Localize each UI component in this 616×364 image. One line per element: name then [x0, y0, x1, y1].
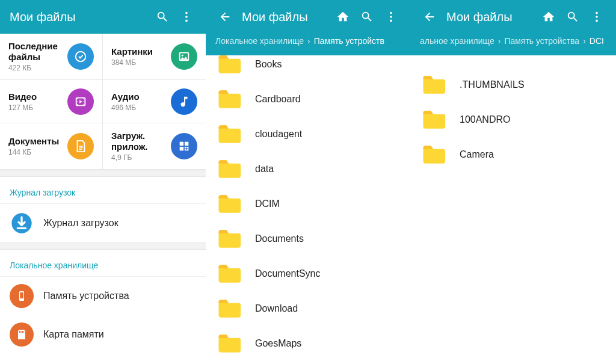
section-downloads-header: Журнал загрузок	[0, 177, 206, 204]
back-button[interactable]	[420, 7, 439, 26]
folder-icon	[215, 156, 242, 182]
folder-label: DocumentSync	[255, 268, 401, 279]
folder-icon	[215, 295, 242, 322]
row-download-journal[interactable]: Журнал загрузок	[0, 204, 206, 242]
apps-icon	[171, 133, 197, 159]
folder-row[interactable]: GoesMaps	[206, 326, 410, 361]
picture-icon	[171, 43, 197, 70]
folder-icon	[215, 121, 242, 147]
appbar: Мои файлы	[0, 0, 206, 34]
row-label: Журнал загрузок	[43, 218, 119, 229]
appbar-title: Мои файлы	[446, 10, 534, 24]
download-icon	[10, 211, 34, 235]
document-icon	[67, 133, 94, 159]
divider	[0, 242, 206, 250]
appbar-title: Мои файлы	[10, 10, 148, 24]
category-size: 4,9 ГБ	[111, 153, 171, 162]
category-grid: Последние файлы422 КБКартинки384 МБВидео…	[0, 34, 206, 170]
folder-row[interactable]: DCIM	[206, 187, 410, 221]
folder-row[interactable]: media	[206, 361, 410, 364]
audio-icon	[171, 88, 197, 115]
folder-icon	[420, 72, 446, 98]
category-text: Документы144 КБ	[8, 136, 59, 156]
breadcrumb-segment[interactable]: Память устройств	[314, 36, 384, 46]
more-button[interactable]	[177, 7, 196, 26]
folder-label: Camera	[460, 149, 606, 160]
category-label: Последние файлы	[8, 41, 67, 63]
folder-row[interactable]: DocumentSync	[206, 256, 410, 291]
category-document[interactable]: Документы144 КБ	[0, 123, 103, 170]
category-size: 422 КБ	[8, 64, 67, 72]
folder-label: Documents	[255, 233, 401, 244]
folder-label: Books	[255, 59, 401, 70]
row-sd-card[interactable]: Карта памяти	[0, 315, 206, 354]
panel-dcim: Мои файлы альное хранилище›Память устрой…	[410, 0, 616, 364]
folder-list: .THUMBNAILS100ANDROCamera	[410, 55, 616, 172]
folder-icon	[215, 330, 242, 357]
folder-row[interactable]: Documents	[206, 221, 410, 256]
category-size: 496 МБ	[111, 103, 140, 112]
breadcrumb[interactable]: альное хранилище›Память устройства›DCI	[410, 34, 616, 55]
category-label: Видео	[8, 91, 37, 102]
back-button[interactable]	[215, 7, 235, 26]
folder-row[interactable]: Download	[206, 291, 410, 326]
home-button[interactable]	[333, 7, 353, 26]
category-label: Аудио	[111, 91, 140, 102]
search-button[interactable]	[357, 7, 377, 26]
folder-row[interactable]: data	[206, 152, 410, 187]
category-video[interactable]: Видео127 МБ	[0, 80, 103, 123]
breadcrumb-segment[interactable]: Локальное хранилище	[215, 36, 304, 46]
breadcrumb-segment[interactable]: Память устройства	[504, 36, 579, 46]
folder-label: Download	[255, 303, 401, 314]
folder-row[interactable]: Books	[206, 47, 410, 82]
folder-icon	[215, 191, 242, 217]
section-storage-header: Локальное хранилище	[0, 250, 206, 277]
folder-row[interactable]: .THUMBNAILS	[410, 67, 616, 102]
panel-device-storage: Мои файлы Локальное хранилище›Память уст…	[206, 0, 410, 364]
breadcrumb-segment[interactable]: альное хранилище	[420, 36, 494, 46]
folder-label: .THUMBNAILS	[460, 79, 606, 90]
folder-label: cloudagent	[255, 129, 401, 140]
category-audio[interactable]: Аудио496 МБ	[103, 80, 206, 123]
home-button[interactable]	[539, 7, 558, 26]
category-text: Последние файлы422 КБ	[8, 41, 67, 72]
folder-row[interactable]: 100ANDRO	[410, 102, 616, 137]
row-device-storage[interactable]: Память устройства	[0, 277, 206, 315]
clock-icon	[67, 43, 94, 70]
folder-icon	[215, 226, 242, 252]
breadcrumb-segment[interactable]: DCI	[590, 36, 604, 46]
video-icon	[67, 88, 94, 115]
folder-icon	[215, 261, 242, 287]
folder-row[interactable]: Cardboard	[206, 82, 410, 117]
folder-icon	[215, 86, 242, 113]
more-button[interactable]	[587, 7, 606, 26]
appbar-title: Мои файлы	[242, 10, 328, 24]
folder-icon	[420, 141, 446, 168]
more-button[interactable]	[381, 7, 401, 26]
category-text: Загруж. прилож.4,9 ГБ	[111, 131, 171, 162]
search-button[interactable]	[563, 7, 582, 26]
folder-list: BooksCardboardcloudagentdataDCIMDocument…	[206, 47, 410, 364]
category-label: Загруж. прилож.	[111, 131, 171, 152]
folder-label: 100ANDRO	[460, 114, 606, 125]
row-label: Память устройства	[43, 291, 129, 301]
appbar: Мои файлы	[410, 0, 616, 34]
folder-row[interactable]: Camera	[410, 137, 616, 172]
folder-icon	[215, 51, 242, 78]
category-picture[interactable]: Картинки384 МБ	[103, 34, 206, 80]
category-label: Картинки	[111, 46, 153, 57]
category-size: 144 КБ	[8, 148, 59, 156]
folder-label: Cardboard	[255, 94, 401, 105]
folder-icon	[420, 106, 446, 133]
folder-row[interactable]: cloudagent	[206, 117, 410, 152]
category-clock[interactable]: Последние файлы422 КБ	[0, 34, 103, 80]
phone-icon	[10, 284, 34, 308]
appbar: Мои файлы	[206, 0, 410, 34]
search-button[interactable]	[153, 7, 172, 26]
folder-label: data	[255, 164, 401, 174]
divider	[0, 170, 206, 177]
category-size: 384 МБ	[111, 58, 153, 67]
row-label: Карта памяти	[43, 329, 104, 340]
panel-categories: Мои файлы Последние файлы422 КБКартинки3…	[0, 0, 206, 364]
category-apps[interactable]: Загруж. прилож.4,9 ГБ	[103, 123, 206, 170]
